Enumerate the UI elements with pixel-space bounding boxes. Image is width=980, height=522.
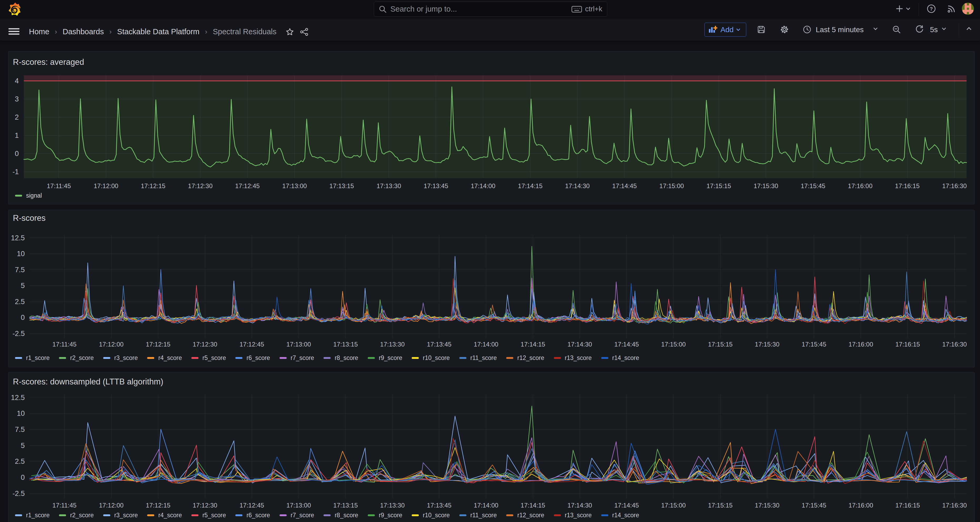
- svg-text:17:15:30: 17:15:30: [755, 502, 780, 509]
- svg-text:17:13:30: 17:13:30: [380, 502, 404, 509]
- svg-text:17:15:15: 17:15:15: [708, 341, 733, 348]
- svg-text:17:15:30: 17:15:30: [755, 341, 780, 348]
- svg-text:0: 0: [21, 474, 25, 481]
- svg-text:17:11:45: 17:11:45: [52, 502, 76, 509]
- svg-text:17:15:00: 17:15:00: [661, 502, 686, 509]
- svg-text:-2.5: -2.5: [13, 490, 25, 498]
- svg-text:17:16:15: 17:16:15: [895, 502, 920, 509]
- svg-text:2.5: 2.5: [15, 457, 25, 465]
- svg-text:0: 0: [21, 314, 25, 321]
- svg-text:17:16:30: 17:16:30: [942, 502, 967, 509]
- svg-text:17:16:15: 17:16:15: [895, 341, 920, 348]
- svg-text:17:12:30: 17:12:30: [192, 502, 217, 509]
- svg-text:17:12:15: 17:12:15: [146, 341, 170, 348]
- svg-text:17:15:45: 17:15:45: [801, 182, 825, 190]
- svg-text:17:14:00: 17:14:00: [471, 182, 495, 190]
- svg-text:17:14:00: 17:14:00: [474, 341, 498, 348]
- svg-text:7.5: 7.5: [15, 426, 25, 433]
- svg-text:17:15:30: 17:15:30: [754, 182, 778, 190]
- svg-text:17:12:30: 17:12:30: [192, 341, 217, 348]
- svg-text:4: 4: [15, 77, 19, 85]
- svg-text:?: ?: [930, 6, 933, 11]
- svg-text:17:15:15: 17:15:15: [706, 182, 731, 190]
- svg-text:5: 5: [21, 442, 25, 450]
- svg-text:17:13:00: 17:13:00: [282, 182, 307, 190]
- svg-text:17:13:45: 17:13:45: [427, 341, 452, 348]
- svg-text:17:12:15: 17:12:15: [146, 502, 170, 509]
- svg-text:17:14:45: 17:14:45: [614, 341, 639, 348]
- svg-text:12.5: 12.5: [11, 394, 25, 402]
- svg-text:17:14:15: 17:14:15: [521, 341, 545, 348]
- svg-text:17:15:45: 17:15:45: [802, 502, 826, 509]
- svg-text:17:13:15: 17:13:15: [333, 502, 358, 509]
- svg-text:17:14:15: 17:14:15: [518, 182, 542, 190]
- svg-text:17:16:30: 17:16:30: [942, 182, 967, 190]
- svg-text:17:16:15: 17:16:15: [895, 182, 920, 190]
- svg-text:17:16:30: 17:16:30: [942, 341, 967, 348]
- svg-text:5: 5: [21, 282, 25, 290]
- svg-text:17:12:45: 17:12:45: [235, 182, 259, 190]
- svg-text:-2.5: -2.5: [13, 330, 25, 338]
- svg-text:17:14:30: 17:14:30: [568, 502, 592, 509]
- svg-text:17:14:15: 17:14:15: [521, 502, 545, 509]
- svg-text:17:13:15: 17:13:15: [333, 341, 358, 348]
- svg-text:17:13:00: 17:13:00: [286, 341, 311, 348]
- svg-text:17:14:30: 17:14:30: [565, 182, 590, 190]
- svg-text:17:12:45: 17:12:45: [240, 341, 264, 348]
- svg-text:10: 10: [17, 250, 25, 258]
- svg-text:0: 0: [15, 150, 19, 158]
- svg-text:17:13:30: 17:13:30: [380, 341, 404, 348]
- svg-text:7.5: 7.5: [15, 266, 25, 274]
- svg-text:17:15:00: 17:15:00: [661, 341, 686, 348]
- svg-text:3: 3: [15, 95, 19, 103]
- svg-text:17:15:45: 17:15:45: [802, 341, 826, 348]
- svg-text:17:16:00: 17:16:00: [849, 341, 873, 348]
- svg-text:17:13:45: 17:13:45: [427, 502, 452, 509]
- svg-text:17:16:00: 17:16:00: [849, 502, 873, 509]
- svg-text:17:12:15: 17:12:15: [141, 182, 165, 190]
- svg-text:17:16:00: 17:16:00: [848, 182, 872, 190]
- svg-text:17:14:45: 17:14:45: [612, 182, 637, 190]
- svg-text:10: 10: [17, 409, 25, 417]
- svg-text:12.5: 12.5: [11, 234, 25, 242]
- svg-text:2.5: 2.5: [15, 298, 25, 306]
- svg-text:17:11:45: 17:11:45: [52, 341, 76, 348]
- svg-text:17:15:00: 17:15:00: [659, 182, 684, 190]
- svg-text:17:14:45: 17:14:45: [614, 502, 639, 509]
- svg-text:17:11:45: 17:11:45: [47, 182, 71, 190]
- svg-text:17:12:30: 17:12:30: [188, 182, 212, 190]
- svg-text:17:13:00: 17:13:00: [286, 502, 311, 509]
- svg-text:-1: -1: [13, 168, 19, 176]
- svg-text:17:14:30: 17:14:30: [568, 341, 592, 348]
- svg-text:17:14:00: 17:14:00: [474, 502, 498, 509]
- svg-text:1: 1: [15, 131, 19, 139]
- svg-text:17:12:00: 17:12:00: [99, 502, 124, 509]
- svg-text:17:12:45: 17:12:45: [240, 502, 264, 509]
- svg-text:17:13:45: 17:13:45: [423, 182, 448, 190]
- svg-text:17:13:15: 17:13:15: [329, 182, 354, 190]
- svg-text:17:15:15: 17:15:15: [708, 502, 733, 509]
- svg-text:17:12:00: 17:12:00: [99, 341, 124, 348]
- svg-text:2: 2: [15, 113, 19, 121]
- svg-text:17:13:30: 17:13:30: [376, 182, 401, 190]
- svg-text:17:12:00: 17:12:00: [94, 182, 118, 190]
